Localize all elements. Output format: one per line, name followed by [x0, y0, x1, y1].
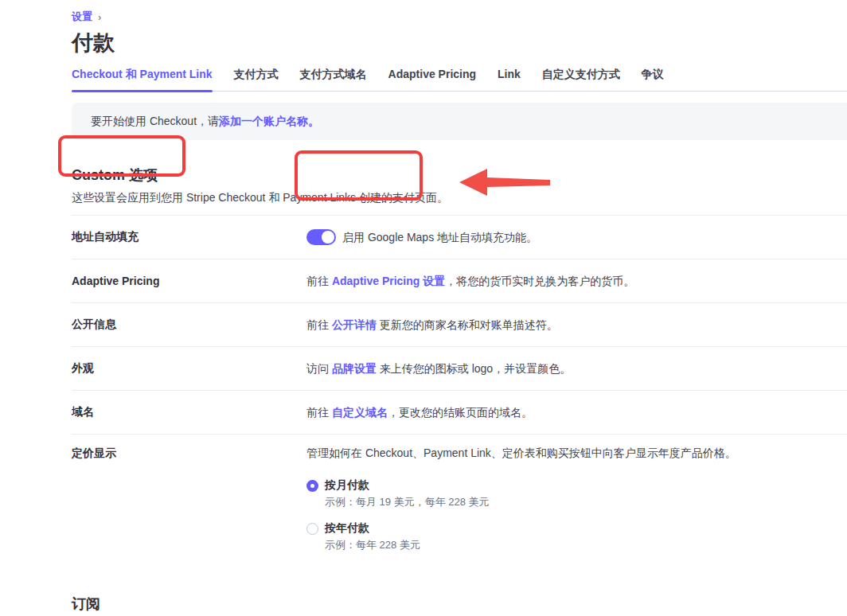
address-autocomplete-toggle[interactable]: [306, 229, 336, 245]
subscription-section-title: 订阅: [72, 595, 847, 614]
pricing-description: 管理如何在 Checkout、Payment Link、定价表和购买按钮中向客户…: [306, 446, 736, 461]
radio-label[interactable]: 按月付款: [325, 478, 369, 493]
custom-domain-link[interactable]: 自定义域名: [332, 406, 388, 419]
banner-text: 要开始使用 Checkout，请添加一个账户名称。: [91, 115, 319, 129]
tab-disputes[interactable]: 争议: [642, 65, 664, 91]
toggle-knob: [322, 231, 334, 244]
page-title: 付款: [72, 29, 847, 57]
setting-text: 前往 公开详情 更新您的商家名称和对账单描述符。: [306, 317, 558, 333]
setting-text: 启用 Google Maps 地址自动填充功能。: [342, 229, 537, 245]
branding-settings-link[interactable]: 品牌设置: [332, 362, 377, 375]
radio-option-yearly: 按年付款 示例：每年 228 美元: [306, 521, 736, 552]
public-details-link[interactable]: 公开详情: [332, 318, 377, 331]
setting-text: 前往 Adaptive Pricing 设置，将您的货币实时兑换为客户的货币。: [306, 273, 634, 289]
radio-button-yearly[interactable]: [306, 523, 318, 535]
tab-payment-methods[interactable]: 支付方式: [234, 65, 279, 91]
custom-options-section-title: Custom 选项: [72, 166, 847, 185]
setting-row-public-info: 公开信息 前往 公开详情 更新您的商家名称和对账单描述符。: [72, 303, 847, 347]
add-account-name-link[interactable]: 添加一个账户名称。: [219, 115, 319, 127]
radio-example: 示例：每月 19 美元，每年 228 美元: [325, 495, 736, 509]
info-banner: 要开始使用 Checkout，请添加一个账户名称。: [72, 103, 847, 140]
radio-option-monthly: 按月付款 示例：每月 19 美元，每年 228 美元: [306, 478, 736, 509]
tab-payment-method-domains[interactable]: 支付方式域名: [300, 65, 367, 91]
chevron-right-icon: ›: [98, 11, 101, 23]
setting-row-appearance: 外观 访问 品牌设置 来上传您的图标或 logo，并设置颜色。: [72, 347, 847, 391]
pricing-radio-group: 按月付款 示例：每月 19 美元，每年 228 美元 按年付款 示例：每年 22…: [306, 478, 736, 552]
setting-label: 外观: [72, 361, 306, 376]
breadcrumb: 设置 ›: [72, 10, 847, 24]
tab-adaptive-pricing[interactable]: Adaptive Pricing: [388, 65, 476, 91]
tab-bar: Checkout 和 Payment Link 支付方式 支付方式域名 Adap…: [72, 65, 847, 92]
setting-text: 访问 品牌设置 来上传您的图标或 logo，并设置颜色。: [306, 361, 571, 376]
setting-label: 域名: [72, 405, 306, 419]
setting-label: 公开信息: [72, 318, 306, 332]
radio-button-monthly[interactable]: [306, 480, 318, 492]
radio-label[interactable]: 按年付款: [325, 521, 369, 536]
payments-settings-page: 设置 › 付款 Checkout 和 Payment Link 支付方式 支付方…: [0, 0, 847, 616]
tab-link[interactable]: Link: [498, 65, 521, 91]
setting-row-pricing-display: 定价显示 管理如何在 Checkout、Payment Link、定价表和购买按…: [72, 435, 847, 564]
setting-row-address-autocomplete: 地址自动填充 启用 Google Maps 地址自动填充功能。: [72, 216, 847, 259]
setting-row-domains: 域名 前往 自定义域名，更改您的结账页面的域名。: [72, 391, 847, 435]
custom-options-section-description: 这些设置会应用到您用 Stripe Checkout 和 Payment Lin…: [72, 189, 847, 205]
tab-checkout-payment-link[interactable]: Checkout 和 Payment Link: [72, 65, 213, 91]
setting-text: 前往 自定义域名，更改您的结账页面的域名。: [306, 404, 533, 420]
setting-label: 定价显示: [72, 446, 306, 461]
adaptive-pricing-settings-link[interactable]: Adaptive Pricing 设置: [332, 275, 445, 287]
setting-label: Adaptive Pricing: [72, 275, 306, 287]
setting-label: 地址自动填充: [72, 230, 306, 244]
setting-row-adaptive-pricing: Adaptive Pricing 前往 Adaptive Pricing 设置，…: [72, 259, 847, 303]
subscription-section: 订阅 管理 Checkout 会话和 Payment Link 的订阅行为: [72, 595, 847, 616]
breadcrumb-settings-link[interactable]: 设置: [72, 10, 92, 24]
tab-custom-payment-methods[interactable]: 自定义支付方式: [542, 65, 620, 91]
radio-example: 示例：每年 228 美元: [325, 538, 736, 552]
